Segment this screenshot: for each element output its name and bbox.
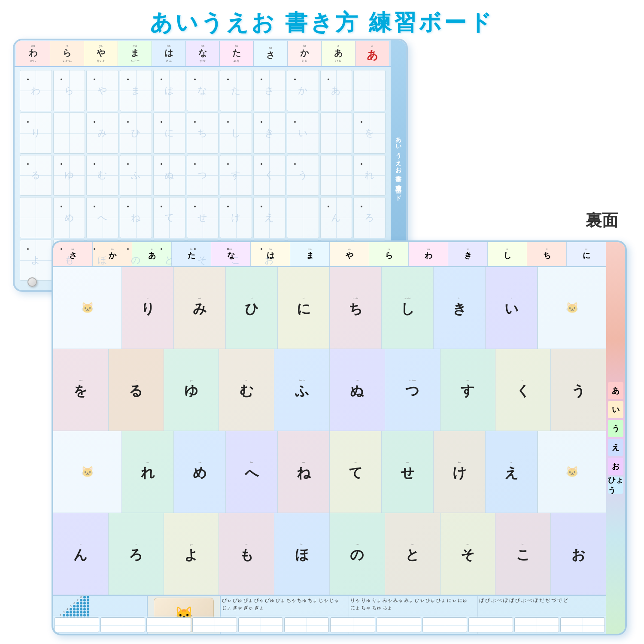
- ura-label: 裏面: [586, 210, 618, 231]
- strip-cell-sa: saさ: [254, 41, 288, 66]
- practice-cell-20[interactable]: [320, 112, 352, 154]
- practice-cell-27[interactable]: つ: [187, 155, 219, 196]
- writing-cell-5[interactable]: [284, 617, 329, 632]
- writing-cell-10[interactable]: [514, 617, 559, 632]
- strip-cell-ka: kaかえる: [288, 41, 322, 66]
- practice-cell-38[interactable]: せ: [187, 197, 219, 238]
- hiragana-cell-wo-row-8: kuく: [495, 349, 551, 431]
- practice-cell-13[interactable]: み: [86, 112, 118, 154]
- practice-cell-17[interactable]: し: [220, 112, 252, 154]
- front-button-left[interactable]: [27, 277, 37, 287]
- practice-cell-21[interactable]: を: [353, 112, 386, 154]
- practice-cell-33[interactable]: [20, 197, 52, 238]
- practice-cell-37[interactable]: て: [153, 197, 185, 238]
- hiragana-cell-re-row-3: meめ: [174, 431, 226, 513]
- hiragana-cell-ri-row-7: si:shiし: [382, 267, 434, 349]
- strip-cell-a-last: aあ: [355, 41, 389, 66]
- practice-cell-29[interactable]: く: [253, 155, 286, 196]
- writing-cell-7[interactable]: [377, 617, 421, 632]
- practice-cell-36[interactable]: ね: [120, 197, 152, 238]
- writing-cell-9[interactable]: [468, 617, 513, 632]
- writing-cell-6[interactable]: [330, 617, 375, 632]
- practice-cell-2[interactable]: や: [86, 70, 118, 111]
- practice-cell-9[interactable]: あ: [320, 70, 352, 111]
- hiragana-cell-re-row-1: reれ: [122, 431, 174, 513]
- practice-cell-10[interactable]: [353, 70, 386, 111]
- practice-cell-22[interactable]: る: [20, 155, 52, 196]
- strip-cell-ra: raらいおん: [50, 41, 84, 66]
- practice-cell-40[interactable]: え: [253, 197, 286, 238]
- practice-cell-42[interactable]: ん: [320, 197, 352, 238]
- writing-cell-8[interactable]: [422, 617, 467, 632]
- writing-cell-11[interactable]: [560, 617, 605, 632]
- hiragana-cell-wo-row-3: muむ: [219, 349, 274, 431]
- practice-cell-1[interactable]: ら: [53, 70, 85, 111]
- writing-cell-1[interactable]: [100, 617, 145, 632]
- hiragana-cell-re-row-4: heへ: [226, 431, 278, 513]
- practice-cell-3[interactable]: ま: [120, 70, 152, 111]
- practice-cell-0[interactable]: わ: [20, 70, 52, 111]
- page-container: あいうえお 書き方 練習ボード waわかしraらいおんyaやきいもmaまんこーh…: [0, 0, 644, 644]
- back-strip-cell-11: siし: [488, 242, 527, 266]
- practice-cell-23[interactable]: ゆ: [53, 155, 85, 196]
- blank-right-2: 🐱: [538, 431, 606, 513]
- main-title: あいうえお 書き方 練習ボード: [150, 8, 495, 38]
- practice-cell-11[interactable]: り: [20, 112, 52, 154]
- practice-cell-41[interactable]: [287, 197, 319, 238]
- hiragana-cell-wo-row-5: nuぬ: [330, 349, 385, 431]
- back-row-re-row: 🐱reれmeめheへneねteてseせkeけeえ🐱: [53, 431, 606, 513]
- practice-cell-24[interactable]: む: [86, 155, 118, 196]
- practice-cell-19[interactable]: い: [287, 112, 319, 154]
- practice-cell-16[interactable]: ち: [187, 112, 219, 154]
- practice-cell-25[interactable]: ふ: [120, 155, 152, 196]
- strip-cell-na: naなすひ: [186, 41, 220, 66]
- practice-cell-39[interactable]: け: [220, 197, 252, 238]
- practice-cell-31[interactable]: [320, 155, 352, 196]
- practice-cell-8[interactable]: か: [287, 70, 319, 111]
- practice-cell-34[interactable]: め: [53, 197, 85, 238]
- practice-cell-15[interactable]: に: [153, 112, 185, 154]
- practice-cell-5[interactable]: な: [187, 70, 219, 111]
- writing-cell-0[interactable]: [55, 617, 99, 632]
- practice-cell-14[interactable]: ひ: [120, 112, 152, 154]
- writing-cell-3[interactable]: [192, 617, 237, 632]
- hiragana-cell-ri-row-6: ti:chiち: [330, 267, 382, 349]
- practice-cell-26[interactable]: ぬ: [153, 155, 185, 196]
- strip-cell-a: aあひる: [322, 41, 355, 66]
- writing-cell-2[interactable]: [146, 617, 191, 632]
- hiragana-cell-ri-row-9: iい: [486, 267, 538, 349]
- hiragana-cell-re-row-5: neね: [278, 431, 330, 513]
- practice-cell-7[interactable]: さ: [253, 70, 286, 111]
- hiragana-cell-wo-row-6: tu:tsuつ: [385, 349, 440, 431]
- hiragana-cell-n-row-2: yoよ: [164, 513, 219, 595]
- hiragana-cell-n-row-3: moも: [219, 513, 274, 595]
- practice-cell-30[interactable]: う: [287, 155, 319, 196]
- hiragana-cell-wo-row-9: uう: [551, 349, 606, 431]
- hiragana-cell-n-row-4: hoほ: [274, 513, 330, 595]
- practice-cell-4[interactable]: は: [153, 70, 185, 111]
- practice-cell-12[interactable]: [53, 112, 85, 154]
- hiragana-cell-ri-row-4: hiひ: [226, 267, 278, 349]
- hiragana-cell-re-row-9: eえ: [486, 431, 538, 513]
- writing-cell-4[interactable]: [238, 617, 283, 632]
- practice-cell-32[interactable]: れ: [353, 155, 386, 196]
- strip-cell-ma: maまんこー: [118, 41, 152, 66]
- strip-cell-ha: haはさみ: [152, 41, 186, 66]
- practice-cell-44[interactable]: よ: [20, 240, 52, 281]
- practice-cell-43[interactable]: ろ: [353, 197, 386, 238]
- practice-cell-35[interactable]: へ: [86, 197, 118, 238]
- hiragana-cell-n-row-6: toと: [385, 513, 440, 595]
- back-label-あ: あ: [608, 382, 623, 399]
- back-strip-cell-6: maま: [290, 242, 330, 266]
- back-label-え: え: [608, 439, 623, 456]
- strip-cell-wa: waわかし: [16, 41, 50, 66]
- hiragana-cell-re-row-7: seせ: [382, 431, 434, 513]
- practice-cell-6[interactable]: た: [220, 70, 252, 111]
- back-label-お: お: [608, 458, 623, 475]
- blank-right-0: 🐱: [538, 267, 606, 349]
- practice-cell-18[interactable]: き: [253, 112, 286, 154]
- practice-cell-28[interactable]: す: [220, 155, 252, 196]
- back-board: saさkaかaあtaたnaなhaはmaまyaやraらwaわkiきsiしtiちni…: [52, 240, 627, 635]
- hiragana-cell-n-row-0: nん: [53, 513, 109, 595]
- back-label-い: い: [608, 401, 623, 418]
